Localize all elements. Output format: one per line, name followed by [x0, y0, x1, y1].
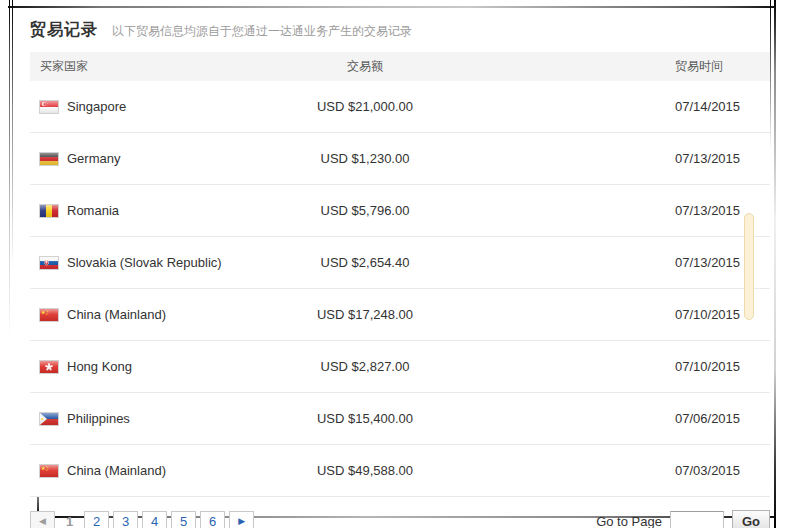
country-name: Slovakia (Slovak Republic) [67, 255, 222, 270]
table-row: GermanyUSD $1,230.0007/13/2015 [30, 133, 770, 185]
trade-amount: USD $17,248.00 [270, 307, 460, 322]
buyer-country-cell: Philippines [30, 411, 270, 426]
buyer-country-cell: China (Mainland) [30, 463, 270, 478]
trade-amount: USD $1,230.00 [270, 151, 460, 166]
country-name: Hong Kong [67, 359, 132, 374]
buyer-country-cell: Singapore [30, 99, 270, 114]
column-header-trade-time: 贸易时间 [460, 58, 770, 75]
trade-date: 07/13/2015 [460, 203, 770, 218]
page-header: 贸易记录 以下贸易信息均源自于您通过一达通业务产生的交易记录 [30, 16, 770, 44]
sg-flag-icon [40, 101, 58, 113]
table-row: PhilippinesUSD $15,400.0007/06/2015 [30, 393, 770, 445]
page-title: 贸易记录 [30, 20, 98, 41]
column-header-buyer-country: 买家国家 [30, 58, 270, 75]
table-row: China (Mainland)USD $49,588.0007/03/2015 [30, 445, 770, 497]
buyer-country-cell: Slovakia (Slovak Republic) [30, 255, 270, 270]
ph-flag-icon [40, 413, 58, 425]
page-1-current: 1 [59, 512, 80, 528]
trade-date: 07/14/2015 [460, 99, 770, 114]
sk-flag-icon [40, 257, 58, 269]
frame-left-line-2 [12, 0, 13, 270]
trade-amount: USD $21,000.00 [270, 99, 460, 114]
page-2-button[interactable]: 2 [84, 511, 109, 528]
prev-page-button[interactable]: ◀ [30, 511, 55, 528]
table-body: SingaporeUSD $21,000.0007/14/2015Germany… [30, 81, 770, 497]
content-area: 贸易记录 以下贸易信息均源自于您通过一达通业务产生的交易记录 买家国家 交易额 … [30, 16, 770, 528]
cn-flag-icon [40, 465, 58, 477]
buyer-country-cell: Hong Kong [30, 359, 270, 374]
go-to-page: Go to Page Go [596, 510, 770, 528]
trade-date: 07/13/2015 [460, 255, 770, 270]
ro-flag-icon [40, 205, 58, 217]
table-footer: ◀123456▶ Go to Page Go [30, 497, 770, 528]
trade-date: 07/13/2015 [460, 151, 770, 166]
column-header-trade-amount: 交易额 [270, 58, 460, 75]
frame-right-line [770, 0, 771, 150]
trade-amount: USD $15,400.00 [270, 411, 460, 426]
country-name: Philippines [67, 411, 130, 426]
table-row: RomaniaUSD $5,796.0007/13/2015 [30, 185, 770, 237]
country-name: Singapore [67, 99, 126, 114]
next-page-button[interactable]: ▶ [229, 511, 254, 528]
page-3-button[interactable]: 3 [113, 511, 138, 528]
trade-date: 07/03/2015 [460, 463, 770, 478]
table-row: SingaporeUSD $21,000.0007/14/2015 [30, 81, 770, 133]
page-4-button[interactable]: 4 [142, 511, 167, 528]
frame-left-line [9, 0, 10, 340]
goto-page-input[interactable] [670, 511, 724, 528]
country-name: Romania [67, 203, 119, 218]
trade-date: 07/10/2015 [460, 359, 770, 374]
trade-amount: USD $5,796.00 [270, 203, 460, 218]
frame-right-line-2 [774, 0, 776, 528]
page-subtitle: 以下贸易信息均源自于您通过一达通业务产生的交易记录 [112, 21, 412, 40]
go-button[interactable]: Go [732, 510, 770, 528]
scrollbar-thumb[interactable] [744, 213, 754, 320]
hk-flag-icon [40, 361, 58, 373]
trade-amount: USD $2,654.40 [270, 255, 460, 270]
trade-date: 07/10/2015 [460, 307, 770, 322]
goto-page-label: Go to Page [596, 514, 662, 528]
trade-amount: USD $2,827.00 [270, 359, 460, 374]
page-6-button[interactable]: 6 [200, 511, 225, 528]
country-name: China (Mainland) [67, 307, 166, 322]
table-row: Slovakia (Slovak Republic)USD $2,654.400… [30, 237, 770, 289]
frame-top-line [8, 6, 774, 8]
trade-records-page: 贸易记录 以下贸易信息均源自于您通过一达通业务产生的交易记录 买家国家 交易额 … [0, 0, 788, 528]
buyer-country-cell: Romania [30, 203, 270, 218]
page-5-button[interactable]: 5 [171, 511, 196, 528]
table-header-row: 买家国家 交易额 贸易时间 [30, 52, 770, 81]
cn-flag-icon [40, 309, 58, 321]
country-name: China (Mainland) [67, 463, 166, 478]
pagination: ◀123456▶ [30, 511, 254, 528]
country-name: Germany [67, 151, 120, 166]
table-row: China (Mainland)USD $17,248.0007/10/2015 [30, 289, 770, 341]
table-row: Hong KongUSD $2,827.0007/10/2015 [30, 341, 770, 393]
trade-amount: USD $49,588.00 [270, 463, 460, 478]
de-flag-icon [40, 153, 58, 165]
buyer-country-cell: China (Mainland) [30, 307, 270, 322]
trade-records-table: 买家国家 交易额 贸易时间 SingaporeUSD $21,000.0007/… [30, 52, 770, 497]
trade-date: 07/06/2015 [460, 411, 770, 426]
buyer-country-cell: Germany [30, 151, 270, 166]
